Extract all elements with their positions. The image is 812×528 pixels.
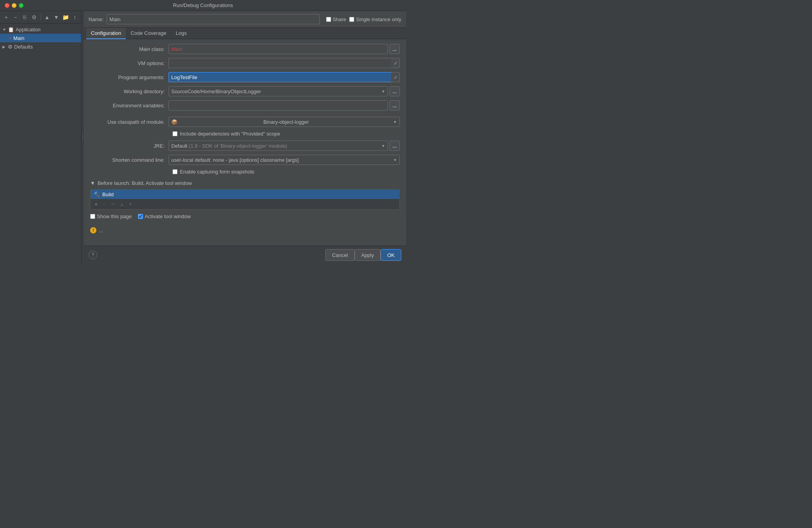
classpath-field: 📦 Binary-object-logger ▼	[169, 117, 400, 127]
shorten-cmd-value: user-local default: none - java [options…	[171, 157, 299, 163]
env-vars-label: Environment variables:	[90, 103, 169, 108]
tab-configuration[interactable]: Configuration	[86, 28, 126, 39]
shorten-cmd-label: Shorten command line:	[90, 157, 169, 163]
env-vars-input[interactable]	[169, 100, 388, 110]
form-snapshots-row: Enable capturing form snapshots	[90, 169, 400, 175]
sidebar-item-defaults[interactable]: ▶ ⚙ Defaults	[0, 42, 81, 51]
warning-text: ...	[99, 228, 103, 233]
sidebar-item-main[interactable]: ✕ Main	[0, 34, 81, 42]
application-icon: 📋	[8, 27, 14, 33]
vm-options-field: ⤢	[169, 58, 400, 68]
vm-options-input[interactable]	[169, 58, 391, 68]
jre-label: JRE:	[90, 143, 169, 149]
activate-tool-checkbox[interactable]	[138, 214, 143, 219]
name-input[interactable]	[107, 14, 319, 24]
classpath-row: Use classpath of module: 📦 Binary-object…	[90, 117, 400, 127]
classpath-select[interactable]: 📦 Binary-object-logger ▼	[169, 117, 400, 127]
classpath-label: Use classpath of module:	[90, 119, 169, 125]
share-option[interactable]: Share	[326, 16, 346, 22]
classpath-value: Binary-object-logger	[263, 119, 309, 125]
traffic-lights	[5, 3, 24, 8]
jre-detail: (1.8 - SDK of 'Binary-object-logger' mod…	[189, 143, 287, 149]
program-args-input[interactable]	[169, 72, 391, 82]
remove-config-button[interactable]: −	[12, 13, 20, 21]
sidebar-item-label-application: Application	[16, 27, 41, 33]
show-page-checkbox[interactable]	[90, 214, 95, 219]
move-down-button[interactable]: ▼	[53, 13, 60, 21]
vm-options-label: VM options:	[90, 60, 169, 66]
working-dir-arrow-icon: ▼	[381, 89, 385, 94]
activate-tool-label: Activate tool window	[145, 213, 191, 219]
cancel-button[interactable]: Cancel	[325, 249, 354, 261]
title-bar: Run/Debug Configurations	[0, 0, 406, 11]
main-class-dots-button[interactable]: ...	[390, 44, 400, 54]
minimize-button[interactable]	[12, 3, 16, 8]
single-instance-checkbox[interactable]	[349, 17, 354, 22]
sort-button[interactable]: ↕	[71, 13, 79, 21]
before-launch-title: Before launch: Build, Activate tool wind…	[98, 180, 192, 186]
tab-logs[interactable]: Logs	[171, 28, 191, 39]
warning-icon: !	[90, 227, 96, 233]
bl-edit-button[interactable]: ✏	[109, 200, 117, 208]
settings-config-button[interactable]: ⚙	[30, 13, 38, 21]
include-deps-checkbox[interactable]	[172, 131, 178, 136]
bl-add-button[interactable]: +	[92, 200, 100, 208]
error-icon: ✕	[9, 36, 12, 40]
working-dir-dots-button[interactable]: ...	[390, 86, 400, 96]
before-launch-item-build[interactable]: 🔨 Build	[91, 190, 399, 199]
working-dir-row: Working directory: SourceCode/Home/Binar…	[90, 86, 400, 96]
working-dir-field: SourceCode/Home/BinaryObjectLogger ▼ ...	[169, 86, 400, 96]
before-launch-header[interactable]: ▼ Before launch: Build, Activate tool wi…	[90, 179, 400, 188]
move-up-button[interactable]: ▲	[43, 13, 51, 21]
left-toolbar: + − ⎘ ⚙ ▲ ▼ 📁 ↕	[0, 11, 81, 24]
classpath-icon: 📦	[171, 119, 178, 125]
program-args-field: ⤢	[169, 72, 400, 82]
vm-options-expand-button[interactable]: ⤢	[391, 58, 400, 68]
program-args-with-expand: ⤢	[169, 72, 400, 82]
activate-tool-option[interactable]: Activate tool window	[138, 213, 191, 219]
maximize-button[interactable]	[19, 3, 24, 8]
defaults-icon: ⚙	[8, 44, 13, 50]
build-icon: 🔨	[94, 191, 100, 197]
jre-select[interactable]: Default (1.8 - SDK of 'Binary-object-log…	[169, 141, 388, 151]
tree-section: ▼ 📋 Application ✕ Main ▶ ⚙ Defaults	[0, 24, 81, 52]
left-panel: + − ⎘ ⚙ ▲ ▼ 📁 ↕ ▼ 📋 Application ✕ Main	[0, 11, 82, 264]
jre-arrow-icon: ▼	[381, 144, 385, 148]
jre-value: Default (1.8 - SDK of 'Binary-object-log…	[171, 143, 287, 149]
config-content: Main class: ... VM options: ⤢ Progra	[84, 39, 406, 246]
share-label: Share	[333, 16, 346, 22]
single-instance-option[interactable]: Single instance only	[349, 16, 401, 22]
shorten-cmd-row: Shorten command line: user-local default…	[90, 155, 400, 165]
tab-code-coverage[interactable]: Code Coverage	[126, 28, 171, 39]
show-page-option[interactable]: Show this page	[90, 213, 132, 219]
before-launch-list: 🔨 Build + − ✏ ▲ ▼	[90, 189, 400, 210]
working-dir-label: Working directory:	[90, 89, 169, 94]
bl-down-button[interactable]: ▼	[127, 200, 134, 208]
shorten-cmd-field: user-local default: none - java [options…	[169, 155, 400, 165]
apply-button[interactable]: Apply	[355, 249, 381, 261]
shorten-cmd-select[interactable]: user-local default: none - java [options…	[169, 155, 400, 165]
help-button[interactable]: ?	[89, 251, 97, 259]
jre-dots-button[interactable]: ...	[390, 141, 400, 151]
bl-remove-button[interactable]: −	[101, 200, 109, 208]
folder-button[interactable]: 📁	[62, 13, 69, 21]
copy-config-button[interactable]: ⎘	[21, 13, 29, 21]
divider-dots	[82, 135, 83, 140]
ok-button[interactable]: OK	[381, 249, 401, 261]
main-container: + − ⎘ ⚙ ▲ ▼ 📁 ↕ ▼ 📋 Application ✕ Main	[0, 11, 406, 264]
program-args-expand-button[interactable]: ⤢	[391, 72, 400, 82]
sidebar-item-label-defaults: Defaults	[14, 44, 33, 50]
env-vars-dots-button[interactable]: ...	[390, 100, 400, 110]
bl-up-button[interactable]: ▲	[118, 200, 126, 208]
add-config-button[interactable]: +	[2, 13, 10, 21]
close-button[interactable]	[5, 3, 9, 8]
share-checkbox[interactable]	[326, 17, 331, 22]
working-dir-select[interactable]: SourceCode/Home/BinaryObjectLogger ▼	[169, 86, 388, 96]
before-launch-item-label: Build	[102, 192, 114, 197]
jre-field: Default (1.8 - SDK of 'Binary-object-log…	[169, 141, 400, 151]
form-snapshots-checkbox[interactable]	[172, 169, 178, 174]
include-deps-label: Include dependencies with "Provided" sco…	[180, 131, 280, 137]
main-class-input[interactable]	[169, 44, 388, 54]
tabs-row: Configuration Code Coverage Logs	[84, 28, 406, 39]
sidebar-item-application[interactable]: ▼ 📋 Application	[0, 25, 81, 34]
